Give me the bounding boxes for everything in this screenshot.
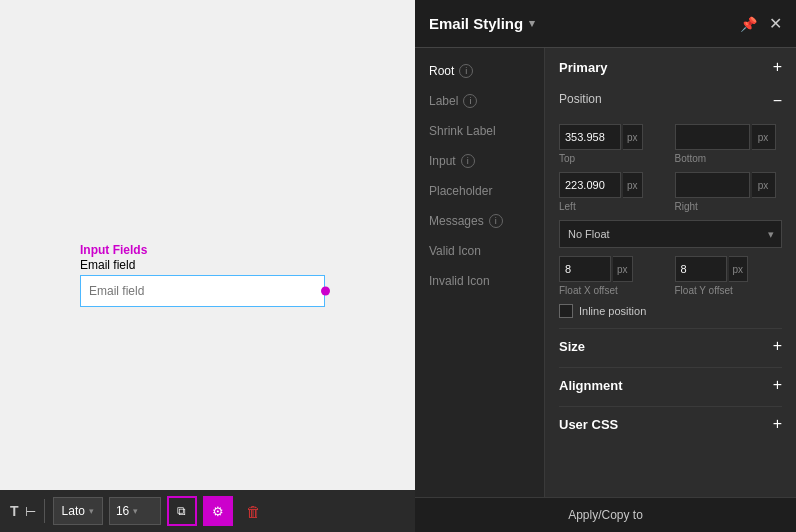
left-input[interactable] bbox=[559, 172, 621, 198]
panel-title-chevron-icon[interactable]: ▾ bbox=[529, 17, 535, 30]
nav-root-label: Root bbox=[429, 64, 454, 78]
panel-header: Email Styling ▾ 📌 ✕ bbox=[415, 0, 796, 48]
size-section: Size + bbox=[559, 337, 782, 359]
float-select[interactable]: No Float Left Right bbox=[559, 220, 782, 248]
nav-item-shrink-label[interactable]: Shrink Label bbox=[415, 116, 544, 146]
float-x-group: px Float X offset bbox=[559, 256, 667, 296]
right-label: Right bbox=[675, 201, 783, 212]
right-unit-label: px bbox=[752, 172, 776, 198]
font-size-dropdown[interactable]: 16 ▾ bbox=[109, 497, 161, 525]
alignment-section: Alignment + bbox=[559, 376, 782, 398]
panel-header-icons: 📌 ✕ bbox=[740, 14, 782, 33]
nav-label-label: Label bbox=[429, 94, 458, 108]
nav-messages-label: Messages bbox=[429, 214, 484, 228]
email-input-dot bbox=[321, 287, 330, 296]
divider-2 bbox=[559, 367, 782, 368]
top-unit-label: px bbox=[623, 124, 643, 150]
link-icon-button[interactable]: ⧉ bbox=[167, 496, 197, 526]
size-section-header: Size + bbox=[559, 337, 782, 359]
top-input-group: px Top bbox=[559, 124, 667, 164]
root-info-icon[interactable]: i bbox=[459, 64, 473, 78]
font-size-label: 16 bbox=[116, 504, 129, 518]
position-title: Position bbox=[559, 92, 602, 106]
nav-item-root[interactable]: Root i bbox=[415, 56, 544, 86]
user-css-section-header: User CSS + bbox=[559, 415, 782, 437]
left-nav: Root i Label i Shrink Label Input i Plac… bbox=[415, 48, 545, 497]
position-left-right-grid: px Left px Right bbox=[559, 172, 782, 212]
nav-shrink-label: Shrink Label bbox=[429, 124, 496, 138]
float-offset-row: px Float X offset px Float Y offset bbox=[559, 256, 782, 296]
label-info-icon[interactable]: i bbox=[463, 94, 477, 108]
nav-item-label[interactable]: Label i bbox=[415, 86, 544, 116]
bottom-toolbar: T ⊢ Lato ▾ 16 ▾ ⧉ ⚙ 🗑 bbox=[0, 490, 415, 532]
nav-item-input[interactable]: Input i bbox=[415, 146, 544, 176]
nav-item-messages[interactable]: Messages i bbox=[415, 206, 544, 236]
messages-info-icon[interactable]: i bbox=[489, 214, 503, 228]
float-x-unit: px bbox=[613, 256, 633, 282]
font-family-dropdown[interactable]: Lato ▾ bbox=[53, 497, 103, 525]
input-info-icon[interactable]: i bbox=[461, 154, 475, 168]
user-css-plus-button[interactable]: + bbox=[773, 415, 782, 433]
pin-icon[interactable]: 📌 bbox=[740, 16, 757, 32]
top-input-row: px bbox=[559, 124, 667, 150]
bottom-input[interactable] bbox=[675, 124, 750, 150]
float-x-input[interactable] bbox=[559, 256, 611, 282]
close-icon[interactable]: ✕ bbox=[769, 14, 782, 33]
nav-placeholder-label: Placeholder bbox=[429, 184, 492, 198]
nav-item-placeholder[interactable]: Placeholder bbox=[415, 176, 544, 206]
email-field-title: Email field bbox=[80, 258, 325, 272]
alignment-section-header: Alignment + bbox=[559, 376, 782, 398]
float-select-row: No Float Left Right bbox=[559, 220, 782, 248]
position-top-bottom-grid: px Top px Bottom bbox=[559, 124, 782, 164]
inline-position-checkbox[interactable] bbox=[559, 304, 573, 318]
float-select-wrapper: No Float Left Right bbox=[559, 220, 782, 248]
trash-icon: 🗑 bbox=[246, 503, 261, 520]
right-input-group: px Right bbox=[675, 172, 783, 212]
panel-body: Root i Label i Shrink Label Input i Plac… bbox=[415, 48, 796, 497]
float-y-input[interactable] bbox=[675, 256, 727, 282]
float-x-label: Float X offset bbox=[559, 285, 667, 296]
user-css-title: User CSS bbox=[559, 417, 618, 432]
align-button[interactable]: ⊢ bbox=[25, 504, 36, 519]
gear-icon: ⚙ bbox=[212, 504, 224, 519]
font-size-chevron: ▾ bbox=[133, 506, 138, 516]
trash-button[interactable]: 🗑 bbox=[239, 496, 269, 526]
float-y-group: px Float Y offset bbox=[675, 256, 783, 296]
right-input[interactable] bbox=[675, 172, 750, 198]
gear-button[interactable]: ⚙ bbox=[203, 496, 233, 526]
nav-valid-icon-label: Valid Icon bbox=[429, 244, 481, 258]
canvas-area: Input Fields Email field T ⊢ Lato ▾ 16 ▾… bbox=[0, 0, 415, 532]
primary-plus-button[interactable]: + bbox=[773, 58, 782, 76]
float-y-unit: px bbox=[729, 256, 749, 282]
nav-item-invalid-icon[interactable]: Invalid Icon bbox=[415, 266, 544, 296]
left-input-group: px Left bbox=[559, 172, 667, 212]
panel-title: Email Styling ▾ bbox=[429, 15, 535, 32]
top-input[interactable] bbox=[559, 124, 621, 150]
alignment-title: Alignment bbox=[559, 378, 623, 393]
position-minus-button[interactable]: − bbox=[773, 92, 782, 110]
apply-copy-bar[interactable]: Apply/Copy to bbox=[415, 497, 796, 532]
apply-copy-label: Apply/Copy to bbox=[568, 508, 643, 522]
user-css-section: User CSS + bbox=[559, 415, 782, 437]
panel-title-text: Email Styling bbox=[429, 15, 523, 32]
email-input[interactable] bbox=[80, 275, 325, 307]
nav-item-valid-icon[interactable]: Valid Icon bbox=[415, 236, 544, 266]
nav-input-label: Input bbox=[429, 154, 456, 168]
primary-section-header: Primary + bbox=[559, 58, 782, 80]
bottom-unit-label: px bbox=[752, 124, 776, 150]
right-content: Primary + Position − px bbox=[545, 48, 796, 497]
primary-section: Primary + Position − px bbox=[559, 58, 782, 437]
top-label: Top bbox=[559, 153, 667, 164]
size-title: Size bbox=[559, 339, 585, 354]
toolbar-separator-1 bbox=[44, 499, 45, 523]
size-plus-button[interactable]: + bbox=[773, 337, 782, 355]
font-dropdown-chevron: ▾ bbox=[89, 506, 94, 516]
text-format-button[interactable]: T bbox=[10, 503, 19, 519]
bottom-label: Bottom bbox=[675, 153, 783, 164]
right-panel: Email Styling ▾ 📌 ✕ Root i Label i Shrin… bbox=[415, 0, 796, 532]
bottom-input-group: px Bottom bbox=[675, 124, 783, 164]
position-section: Position − px Top bbox=[559, 88, 782, 318]
alignment-plus-button[interactable]: + bbox=[773, 376, 782, 394]
inline-position-row: Inline position bbox=[559, 304, 782, 318]
right-input-row: px bbox=[675, 172, 783, 198]
